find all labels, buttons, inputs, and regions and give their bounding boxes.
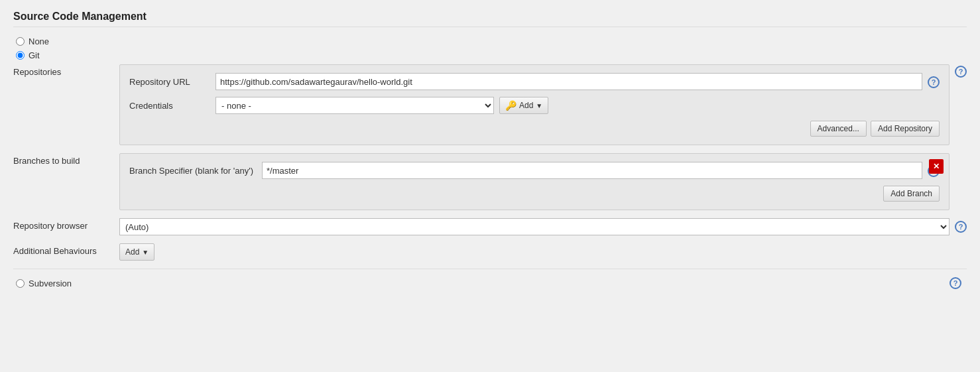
repositories-row: Repositories Repository URL ? Credential…: [13, 64, 967, 145]
radio-row-git: Git: [16, 50, 967, 60]
repo-browser-help-icon[interactable]: ?: [955, 221, 967, 233]
behaviours-add-button[interactable]: Add ▼: [119, 243, 154, 261]
repositories-help-icon[interactable]: ?: [955, 66, 967, 78]
add-repository-button[interactable]: Add Repository: [871, 121, 940, 137]
add-branch-button[interactable]: Add Branch: [883, 186, 940, 202]
behaviours-add-arrow-icon: ▼: [142, 249, 149, 256]
branch-specifier-row: Branch Specifier (blank for 'any') ?: [129, 162, 940, 179]
repo-browser-row: Repository browser (Auto) ?: [13, 218, 967, 235]
radio-row-none: None: [16, 36, 967, 46]
credentials-add-button[interactable]: 🔑 Add ▼: [499, 97, 548, 114]
advanced-button[interactable]: Advanced...: [810, 121, 867, 137]
divider: [13, 269, 967, 269]
delete-branch-button[interactable]: ✕: [929, 159, 944, 174]
repo-browser-label: Repository browser: [13, 218, 119, 231]
repo-url-label: Repository URL: [129, 77, 215, 87]
branches-label: Branches to build: [13, 153, 119, 166]
repo-browser-select[interactable]: (Auto): [119, 218, 949, 235]
radio-git-label[interactable]: Git: [29, 50, 40, 60]
radio-subversion-label[interactable]: Subversion: [29, 279, 72, 288]
branches-panel: ✕ Branch Specifier (blank for 'any') ? A…: [119, 153, 949, 210]
radio-row-subversion: Subversion ?: [16, 277, 967, 289]
subversion-help-icon[interactable]: ?: [949, 277, 961, 289]
additional-behaviours-row: Additional Behaviours Add ▼: [13, 243, 967, 261]
repo-url-row: Repository URL ?: [129, 73, 940, 90]
branch-specifier-input[interactable]: [262, 162, 922, 179]
behaviours-add-label: Add: [125, 247, 139, 257]
repositories-panel: Repository URL ? Credentials - none - 🔑 …: [119, 64, 949, 145]
credentials-add-arrow-icon: ▼: [536, 102, 542, 109]
radio-subversion[interactable]: [16, 279, 25, 288]
section-title: Source Code Management: [13, 11, 967, 27]
branch-specifier-label: Branch Specifier (blank for 'any'): [129, 166, 262, 176]
repo-url-help-icon[interactable]: ?: [928, 76, 940, 88]
additional-behaviours-label: Additional Behaviours: [13, 243, 119, 256]
branch-buttons-group: Add Branch: [129, 186, 940, 202]
credentials-add-label: Add: [519, 101, 533, 110]
radio-none[interactable]: [16, 37, 25, 46]
branches-row: Branches to build ✕ Branch Specifier (bl…: [13, 153, 967, 210]
repositories-label: Repositories: [13, 64, 119, 77]
credentials-row: Credentials - none - 🔑 Add ▼: [129, 97, 940, 114]
radio-none-label[interactable]: None: [29, 36, 49, 46]
repo-url-input[interactable]: [215, 73, 922, 90]
radio-git[interactable]: [16, 51, 25, 60]
credentials-select[interactable]: - none -: [215, 97, 494, 114]
key-icon: 🔑: [505, 100, 517, 111]
credentials-label: Credentials: [129, 101, 215, 111]
repo-buttons-group: Advanced... Add Repository: [129, 121, 940, 137]
